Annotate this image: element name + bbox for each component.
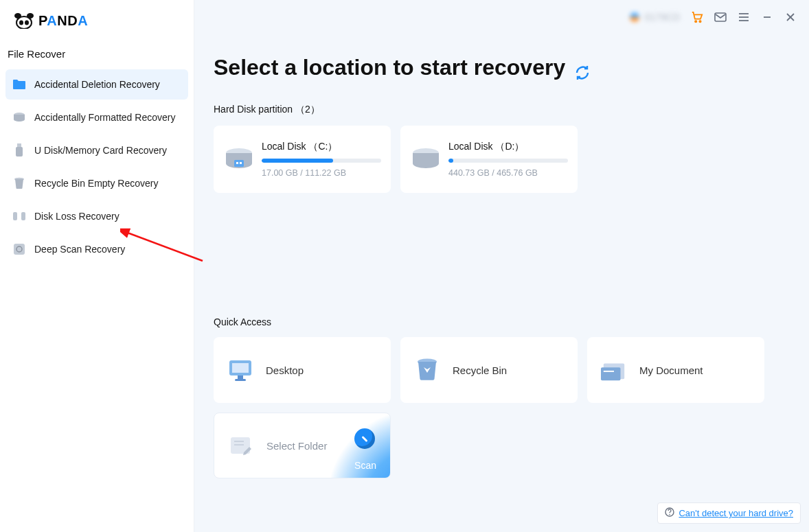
svg-rect-34 (601, 367, 621, 380)
cart-icon[interactable] (691, 11, 703, 23)
sidebar-item-formatted[interactable]: Accidentally Formatted Recovery (5, 102, 188, 132)
svg-rect-26 (240, 162, 242, 164)
svg-point-4 (25, 21, 29, 25)
partition-bar-fill (448, 159, 453, 163)
page-title-text: Select a location to start recovery (214, 55, 565, 80)
partition-bar-fill (262, 159, 333, 163)
scan-text: Scan (354, 460, 376, 471)
logo-text: PANDA (38, 13, 88, 29)
refresh-icon[interactable] (575, 60, 590, 76)
quick-access-list: Desktop Recycle Bin My Document (214, 337, 790, 403)
partition-section-label: Hard Disk partition （2） (214, 104, 790, 116)
quick-card-recycle-bin[interactable]: Recycle Bin (400, 337, 578, 403)
svg-point-3 (19, 21, 23, 25)
sidebar-item-label: Deep Scan Recovery (34, 244, 125, 255)
svg-rect-24 (234, 160, 244, 167)
sidebar-item-label: Recycle Bin Empty Recovery (34, 178, 159, 189)
partition-name: Local Disk （C:） (262, 141, 381, 153)
svg-point-14 (695, 21, 696, 22)
deepscan-icon (12, 242, 26, 256)
partition-bar (448, 159, 568, 163)
svg-rect-11 (14, 244, 25, 255)
select-folder-label: Select Folder (266, 440, 327, 452)
partition-bar (262, 159, 381, 163)
drive-icon (410, 143, 442, 175)
select-folder-card[interactable]: Select Folder Scan (214, 413, 391, 478)
folder-edit-icon (228, 432, 254, 459)
user-avatar-icon (630, 12, 639, 22)
sidebar-item-label: U Disk/Memory Card Recovery (34, 145, 167, 156)
page-title: Select a location to start recovery (214, 55, 790, 80)
sidebar-nav: Accidental Deletion Recovery Accidentall… (0, 69, 194, 264)
panda-logo-icon (14, 12, 34, 29)
help-icon (665, 507, 674, 519)
document-icon (601, 357, 627, 383)
svg-rect-10 (21, 212, 25, 220)
partition-size: 17.00 GB / 111.22 GB (262, 168, 381, 178)
svg-rect-30 (238, 375, 243, 379)
sidebar-item-recycle[interactable]: Recycle Bin Empty Recovery (5, 168, 188, 198)
svg-point-40 (670, 514, 671, 516)
partition-size: 440.73 GB / 465.76 GB (448, 168, 568, 178)
partition-name: Local Disk （D:） (448, 141, 568, 153)
trash-icon (12, 176, 26, 190)
help-link[interactable]: Can't detect your hard drive? (657, 502, 801, 524)
sidebar-item-disk-loss[interactable]: Disk Loss Recovery (5, 201, 188, 231)
drive-icon (223, 143, 255, 175)
help-link-text[interactable]: Can't detect your hard drive? (679, 508, 793, 518)
close-icon[interactable] (784, 11, 797, 23)
quick-card-desktop[interactable]: Desktop (214, 337, 391, 403)
partition-card-c[interactable]: Local Disk （C:） 17.00 GB / 111.22 GB (214, 126, 391, 193)
svg-point-2 (16, 16, 32, 29)
quick-card-my-document[interactable]: My Document (587, 337, 764, 403)
svg-rect-6 (17, 143, 21, 147)
svg-rect-37 (234, 441, 244, 442)
sidebar-item-deep-scan[interactable]: Deep Scan Recovery (5, 234, 188, 264)
sidebar-item-usb[interactable]: U Disk/Memory Card Recovery (5, 135, 188, 165)
svg-point-15 (699, 21, 700, 22)
sidebar: PANDA File Recover Accidental Deletion R… (0, 0, 194, 532)
partition-list: Local Disk （C:） 17.00 GB / 111.22 GB Loc… (214, 126, 790, 193)
svg-rect-31 (235, 379, 246, 381)
usb-icon (12, 143, 26, 157)
sidebar-item-label: Accidental Deletion Recovery (34, 79, 160, 90)
svg-rect-7 (16, 147, 23, 157)
bin-icon (414, 357, 440, 383)
svg-rect-29 (232, 363, 249, 373)
sidebar-item-label: Accidentally Formatted Recovery (34, 112, 175, 123)
logo: PANDA (0, 0, 194, 48)
sidebar-item-accidental-deletion[interactable]: Accidental Deletion Recovery (5, 69, 188, 100)
svg-rect-9 (13, 212, 17, 220)
quick-card-label: My Document (639, 365, 703, 376)
menu-icon[interactable] (738, 11, 750, 23)
mail-icon[interactable] (714, 11, 727, 23)
minimize-icon[interactable] (761, 11, 773, 23)
svg-rect-38 (234, 444, 244, 446)
quick-section-label: Quick Access (214, 316, 790, 327)
sidebar-item-label: Disk Loss Recovery (34, 211, 119, 222)
quick-card-label: Desktop (266, 365, 304, 376)
sidebar-title: File Recover (0, 48, 194, 69)
main-area: 0179CD Select a location to start recove… (194, 0, 809, 532)
folder-icon (12, 78, 26, 91)
user-id-text: 0179CD (645, 12, 680, 23)
scan-badge-icon (354, 428, 375, 449)
svg-rect-16 (715, 13, 726, 21)
drive-gray-icon (12, 111, 26, 124)
partition-card-d[interactable]: Local Disk （D:） 440.73 GB / 465.76 GB (400, 126, 578, 193)
user-id: 0179CD (630, 12, 680, 23)
desktop-icon (227, 357, 253, 383)
svg-rect-25 (236, 162, 238, 164)
window-header: 0179CD (214, 0, 797, 34)
svg-rect-35 (604, 371, 614, 372)
quick-card-label: Recycle Bin (453, 365, 507, 376)
partition-icon (12, 209, 26, 223)
